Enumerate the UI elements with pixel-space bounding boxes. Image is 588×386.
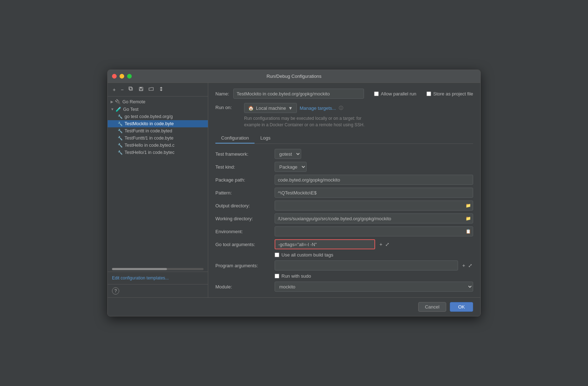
program-args-label: Program arguments:	[215, 263, 271, 268]
go-tool-input[interactable]	[275, 239, 375, 249]
package-path-wrapper: document.querySelector('[data-name="pack…	[275, 175, 473, 185]
store-project-label[interactable]: Store as project file	[426, 91, 473, 96]
working-dir-label: Working directory:	[215, 216, 271, 221]
test-icon: 🔧	[118, 122, 123, 126]
working-dir-input[interactable]	[275, 213, 473, 223]
local-machine-dropdown[interactable]: 🏠 Local machine ▼	[244, 103, 297, 113]
name-label: Name:	[215, 91, 229, 96]
save-config-button[interactable]	[137, 86, 145, 93]
environment-input[interactable]	[275, 226, 473, 236]
output-dir-label: Output directory:	[215, 203, 271, 208]
sidebar-item-label: TestHello/1 in code.bytec	[125, 150, 174, 155]
environment-label: Environment:	[215, 229, 271, 234]
traffic-lights	[112, 74, 132, 79]
name-input[interactable]	[233, 89, 364, 99]
sidebar-toolbar: + −	[108, 83, 208, 96]
remove-config-button[interactable]: −	[119, 86, 125, 93]
svg-rect-3	[140, 87, 142, 88]
sidebar-item-go-test-4[interactable]: 🔧 TestFunttt/1 in code.byte	[108, 135, 208, 142]
test-kind-row: Test kind: Package	[215, 162, 473, 172]
sidebar: + − ▶ 🔌 Go R	[108, 83, 208, 297]
sidebar-item-go-remote[interactable]: ▶ 🔌 Go Remote	[108, 98, 208, 105]
move-config-button[interactable]	[157, 86, 165, 93]
dropdown-arrow-icon: ▼	[288, 105, 293, 111]
run-on-label: Run on:	[215, 103, 244, 110]
test-icon: 🔧	[118, 114, 123, 119]
program-args-add-button[interactable]: +	[462, 262, 466, 269]
sidebar-item-go-test-2[interactable]: 🔧 TestMockito in code.byte	[108, 120, 208, 127]
sidebar-item-go-test-3[interactable]: 🔧 TestFunttt in code.byted	[108, 127, 208, 135]
home-icon: 🏠	[248, 105, 254, 111]
copy-config-button[interactable]	[127, 86, 135, 93]
tab-logs[interactable]: Logs	[255, 133, 276, 143]
run-sudo-label[interactable]: Run with sudo	[275, 273, 311, 279]
maximize-button[interactable]	[127, 74, 132, 79]
store-project-text: Store as project file	[433, 91, 473, 96]
sidebar-item-label: TestFunttt in code.byted	[125, 128, 172, 133]
test-icon: 🔧	[118, 150, 123, 155]
package-path-input[interactable]	[275, 175, 473, 185]
ok-button[interactable]: OK	[450, 302, 473, 312]
go-tool-add-button[interactable]: +	[379, 241, 383, 248]
output-dir-input[interactable]	[275, 201, 473, 211]
sidebar-scrollbar[interactable]	[112, 268, 204, 270]
go-test-icon: 🧪	[116, 107, 121, 112]
output-dir-wrapper: 📁	[275, 201, 473, 211]
add-config-button[interactable]: +	[111, 86, 117, 93]
help-button[interactable]: ?	[112, 287, 119, 295]
output-dir-row: Output directory: 📁	[215, 201, 473, 211]
sidebar-item-label: go test code.byted.org/g	[125, 114, 173, 119]
test-kind-select[interactable]: Package	[275, 162, 307, 172]
working-dir-wrapper: 📁	[275, 213, 473, 223]
sidebar-item-label: Go Test	[123, 107, 139, 112]
sidebar-item-go-test[interactable]: ▼ 🧪 Go Test	[108, 105, 208, 113]
close-button[interactable]	[112, 74, 117, 79]
svg-rect-4	[140, 89, 143, 90]
env-icon[interactable]: 📋	[466, 229, 471, 234]
allow-parallel-checkbox[interactable]	[374, 91, 379, 96]
test-framework-select[interactable]: gotest	[275, 149, 301, 159]
run-sudo-checkbox[interactable]	[275, 274, 279, 278]
run-debug-dialog: Run/Debug Configurations + −	[107, 70, 481, 316]
module-label: Module:	[215, 284, 271, 290]
go-remote-icon: 🔌	[115, 99, 121, 104]
run-on-description-line2: example in a Docker Container or on a re…	[244, 122, 365, 127]
allow-parallel-label[interactable]: Allow parallel run	[374, 91, 416, 96]
sidebar-item-go-test-5[interactable]: 🔧 TestHello in code.byted.c	[108, 142, 208, 149]
test-icon: 🔧	[118, 129, 123, 133]
title-bar: Run/Debug Configurations	[108, 70, 480, 83]
build-tags-label[interactable]: Use all custom build tags	[275, 252, 333, 258]
program-args-input[interactable]	[275, 260, 458, 270]
cancel-button[interactable]: Cancel	[418, 302, 446, 312]
edit-templates-link[interactable]: Edit configuration templates...	[108, 272, 208, 284]
run-sudo-row: Run with sudo	[215, 273, 473, 279]
program-args-expand-button[interactable]: ⤢	[467, 262, 473, 269]
pattern-row: Pattern:	[215, 188, 473, 198]
sidebar-item-label: TestMockito in code.byte	[125, 121, 174, 126]
folder-icon-2[interactable]: 📁	[466, 216, 471, 221]
test-icon: 🔧	[118, 143, 123, 148]
folder-config-button[interactable]	[147, 86, 155, 93]
build-tags-text: Use all custom build tags	[281, 252, 333, 258]
environment-row: Environment: 📋	[215, 226, 473, 236]
manage-targets-link[interactable]: Manage targets...	[300, 105, 336, 111]
config-grid: Test framework: gotest Test kind: Packag…	[215, 149, 473, 292]
sidebar-item-label: TestFunttt/1 in code.byte	[125, 136, 173, 141]
folder-icon[interactable]: 📁	[466, 203, 471, 208]
sidebar-item-label: Go Remote	[122, 99, 145, 104]
store-project-checkbox[interactable]	[426, 91, 431, 96]
sidebar-item-go-test-1[interactable]: 🔧 go test code.byted.org/g	[108, 113, 208, 120]
environment-wrapper: 📋	[275, 226, 473, 236]
package-path-label: Package path:	[215, 177, 271, 183]
tab-configuration[interactable]: Configuration	[215, 133, 255, 143]
module-select[interactable]: mockito	[275, 282, 473, 292]
run-sudo-text: Run with sudo	[281, 273, 311, 279]
go-tool-wrapper: + ⤢	[275, 239, 473, 249]
minimize-button[interactable]	[120, 74, 124, 79]
main-content: + − ▶ 🔌 Go R	[108, 83, 480, 297]
sidebar-item-go-test-6[interactable]: 🔧 TestHello/1 in code.bytec	[108, 149, 208, 156]
build-tags-checkbox[interactable]	[275, 253, 279, 257]
go-tool-expand-button[interactable]: ⤢	[384, 241, 390, 248]
allow-parallel-text: Allow parallel run	[381, 91, 416, 96]
pattern-input[interactable]	[275, 188, 473, 198]
